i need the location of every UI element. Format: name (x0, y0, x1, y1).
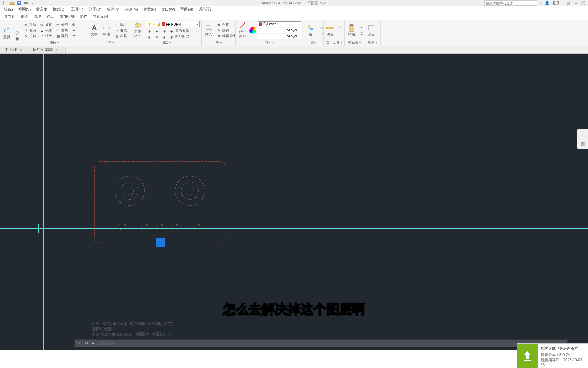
rotate-button[interactable]: ⟳旋转 (38, 22, 53, 27)
menu-help[interactable]: 帮助(H) (178, 7, 196, 12)
dimension-button[interactable]: 标注 (101, 23, 112, 37)
menu-format[interactable]: 格式(O) (50, 7, 68, 12)
tab-parametric[interactable]: 参数化 (1, 13, 18, 20)
menu-tools[interactable]: 工具(T) (68, 7, 86, 12)
menu-dimension[interactable]: 标注(N) (104, 7, 122, 12)
util-btn-a[interactable]: ◴ (337, 25, 344, 30)
group-button[interactable]: 组 (305, 23, 316, 37)
modify-btn-b[interactable]: ✴ (70, 28, 77, 33)
qat-new-icon[interactable] (3, 0, 8, 6)
modify-btn-a[interactable]: 🗑 (70, 22, 77, 27)
fillet-button[interactable]: ◠圆角 (54, 28, 69, 33)
side-panel-toggle[interactable]: 西 (577, 129, 588, 149)
linear-button[interactable]: ⊢线性 (113, 22, 128, 27)
panel-annotation-label[interactable]: 注释 (89, 40, 129, 45)
create-block-button[interactable]: ⚒创建 (215, 22, 237, 27)
paste-button[interactable]: 粘贴 (346, 23, 357, 37)
tab-view[interactable]: 视图 (18, 13, 31, 20)
tab-collaborate[interactable]: 协作 (77, 13, 90, 20)
edit-block-button[interactable]: ✎编辑 (215, 28, 237, 33)
menu-edit[interactable]: 辑(E) (1, 7, 16, 12)
login-button[interactable]: 登录 (552, 1, 560, 6)
layer-btn-2[interactable]: ◈ (146, 34, 153, 40)
arc-button[interactable]: 圆弧 (1, 26, 12, 40)
panel-clipboard-label[interactable]: 剪贴板 (346, 40, 363, 45)
search-input[interactable] (484, 0, 537, 6)
drawing-canvas[interactable]: 西 怎么去解决掉这个图层啊 命令: 指定对角点或 [栏选(F)/圈围(WP)/圈… (0, 54, 588, 350)
color-wheel-icon[interactable] (249, 27, 256, 34)
layer-btn-6[interactable]: ◈ (161, 34, 168, 40)
qat-dropdown-icon[interactable]: ▾ (30, 0, 35, 6)
tab-manage[interactable]: 管理 (31, 13, 44, 20)
login-dropdown-icon[interactable]: ▾ (562, 2, 564, 5)
app-exchange-icon[interactable]: 🛒 (567, 1, 571, 5)
file-tab-1[interactable]: 平面图* × (0, 46, 28, 53)
tab-featured[interactable]: 精选应用 (90, 13, 111, 20)
layer-properties-button[interactable]: 图层 特性 (132, 21, 143, 40)
copy-clip-button[interactable]: ⿻ (358, 31, 365, 36)
panel-view-label[interactable]: 视图 (366, 40, 379, 45)
panel-utilities-label[interactable]: 实用工具 (325, 40, 343, 45)
modify-btn-c[interactable]: ⊏ (70, 33, 77, 39)
close-command-button[interactable]: × (77, 340, 82, 346)
add-tab-button[interactable]: + (65, 47, 75, 53)
close-tab-1-button[interactable]: × (19, 48, 23, 52)
circle-button[interactable]: ◯ (14, 30, 20, 36)
command-input[interactable] (99, 341, 565, 345)
leader-button[interactable]: ↗引线 (113, 28, 128, 33)
measure-button[interactable]: 测量 (325, 23, 336, 37)
update-notification[interactable]: 您的火绒已是最新版本 最新版本：5.0.74.1 最新病毒库：2023-10-0… (517, 343, 588, 368)
stretch-button[interactable]: ⇲拉伸 (22, 33, 37, 39)
customize-command-button[interactable]: ⚙ (84, 340, 89, 346)
a360-icon[interactable]: ☁ (574, 1, 578, 5)
menu-insert[interactable]: 插入(I) (33, 7, 50, 12)
linetype-bylayer-dropdown[interactable]: ByLayer▾ (258, 34, 301, 39)
color-bylayer-dropdown[interactable]: ByLayer▾ (258, 21, 301, 27)
set-current-button[interactable]: ◈置为当前 (168, 28, 190, 34)
edit-attr-button[interactable]: ⚑编辑属性 (215, 33, 237, 39)
social-icon[interactable]: 𝄐 (540, 1, 542, 5)
trim-button[interactable]: ✂修剪 (54, 22, 69, 27)
panel-groups-label[interactable]: 组 (305, 40, 322, 45)
login-icon[interactable]: 👤 (545, 1, 550, 5)
layer-btn-5[interactable]: ◈ (161, 28, 168, 34)
tab-addins[interactable]: 附加模块 (57, 13, 77, 20)
move-button[interactable]: ✥移动 (22, 22, 37, 27)
base-button[interactable]: 基点 (366, 23, 377, 37)
panel-modify-label[interactable]: 修改 (22, 40, 86, 45)
group-btn-b[interactable]: ▭ (317, 31, 324, 36)
qat-open-icon[interactable] (10, 0, 15, 6)
panel-properties-label[interactable]: 特性 (237, 40, 302, 45)
qat-plot-icon[interactable] (23, 0, 29, 6)
mirror-button[interactable]: ▲镜像 (38, 28, 53, 33)
panel-layers-label[interactable]: 图层 (132, 40, 200, 45)
file-tab-2[interactable]: 网红图库03* × (28, 46, 64, 53)
tab-output[interactable]: 输出 (44, 13, 57, 20)
scale-button[interactable]: ⤢缩放 (38, 33, 53, 39)
menu-plugin[interactable]: 源泉设计 (196, 7, 216, 12)
layer-dropdown[interactable]: 💡 ☀ 🔓 FF-FURN ▾ (146, 21, 200, 27)
hatch-button[interactable]: ▦ (14, 36, 20, 42)
menu-window[interactable]: 窗口(W) (159, 7, 178, 12)
util-btn-b[interactable]: ▭ (337, 31, 344, 36)
help-icon[interactable]: ? (581, 1, 585, 5)
match-layer-button[interactable]: ◈匹配图层 (168, 34, 190, 40)
polyline-button[interactable]: ⌒ (14, 25, 20, 30)
match-properties-button[interactable]: 特性 匹配 (237, 21, 248, 40)
text-button[interactable]: A 文字 (89, 23, 100, 37)
menu-modify[interactable]: 修改(M) (122, 7, 141, 12)
table-button[interactable]: ▦表格 (113, 33, 128, 39)
layer-btn-4[interactable]: ◈ (153, 34, 160, 40)
insert-button[interactable]: 插入 (203, 23, 214, 37)
lineweight-bylayer-dropdown[interactable]: ByLayer▾ (258, 28, 301, 33)
qat-save-icon[interactable] (16, 0, 22, 6)
group-btn-a[interactable]: ▭ (317, 25, 324, 30)
menu-parametric[interactable]: 参数(P) (141, 7, 159, 12)
array-button[interactable]: ▦阵列 (54, 33, 69, 39)
menu-draw[interactable]: 绘图(D) (86, 7, 104, 12)
close-tab-2-button[interactable]: × (55, 48, 59, 52)
layer-btn-1[interactable]: ◈ (146, 28, 153, 34)
panel-block-label[interactable]: 块 (203, 40, 234, 45)
layer-btn-3[interactable]: ◈ (153, 28, 160, 34)
copy-button[interactable]: ⿻复制 (22, 28, 37, 33)
